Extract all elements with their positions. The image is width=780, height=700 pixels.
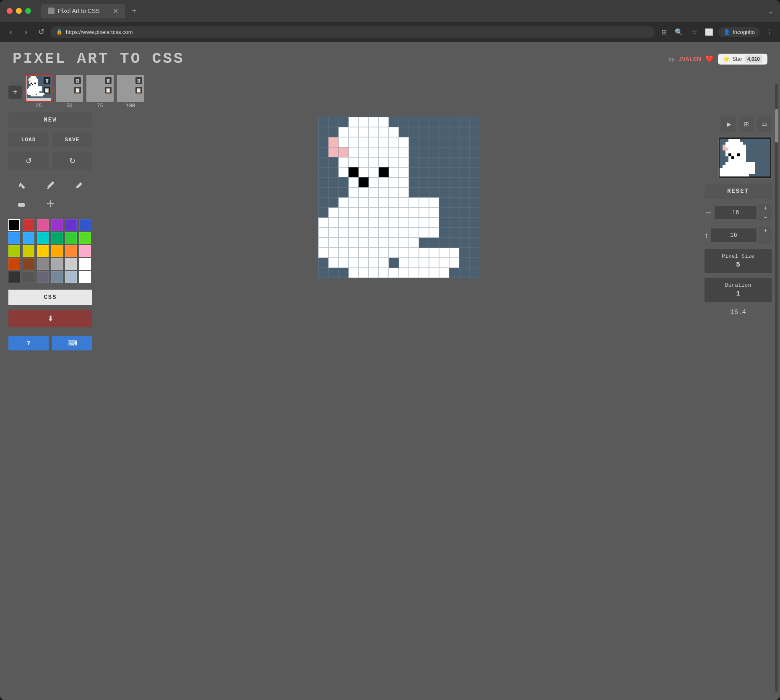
pixel-cell[interactable] bbox=[429, 127, 439, 137]
color-swatch-1[interactable] bbox=[23, 219, 34, 231]
pixel-cell[interactable] bbox=[389, 228, 399, 238]
load-button[interactable]: LOAD bbox=[8, 132, 49, 147]
pixel-cell[interactable] bbox=[318, 177, 328, 187]
pixel-cell[interactable] bbox=[419, 127, 429, 137]
pixel-cell[interactable] bbox=[379, 127, 389, 137]
pixel-cell[interactable] bbox=[379, 117, 389, 127]
color-swatch-19[interactable] bbox=[23, 258, 34, 270]
pixel-cell[interactable] bbox=[328, 228, 338, 238]
pixel-cell[interactable] bbox=[369, 177, 379, 187]
color-swatch-3[interactable] bbox=[51, 219, 63, 231]
pixel-cell[interactable] bbox=[318, 207, 328, 218]
frame-delete-3[interactable]: 🗑 bbox=[105, 77, 112, 84]
pixel-cell[interactable] bbox=[429, 268, 439, 278]
incognito-button[interactable]: 👤 Incognito bbox=[718, 27, 760, 37]
pixel-cell[interactable] bbox=[318, 238, 328, 248]
url-bar[interactable]: 🔒 https://www.pixelartcss.com bbox=[50, 26, 655, 38]
pixel-cell[interactable] bbox=[409, 268, 419, 278]
new-button[interactable]: NEW bbox=[8, 112, 92, 127]
pixel-cell[interactable] bbox=[369, 187, 379, 197]
pixel-cell[interactable] bbox=[328, 157, 338, 167]
color-swatch-12[interactable] bbox=[8, 245, 20, 257]
pixel-cell[interactable] bbox=[399, 157, 409, 167]
pixel-cell[interactable] bbox=[449, 147, 459, 157]
pixel-cell[interactable] bbox=[409, 228, 419, 238]
pixel-cell[interactable] bbox=[389, 197, 399, 207]
pixel-cell[interactable] bbox=[419, 218, 429, 228]
pixel-cell[interactable] bbox=[338, 147, 348, 157]
pencil-tool[interactable] bbox=[66, 177, 92, 193]
pixel-cell[interactable] bbox=[439, 137, 449, 147]
pixel-cell[interactable] bbox=[369, 218, 379, 228]
pixel-cell[interactable] bbox=[469, 177, 479, 187]
pixel-cell[interactable] bbox=[419, 167, 429, 177]
pixel-cell[interactable] bbox=[439, 177, 449, 187]
pixel-cell[interactable] bbox=[369, 127, 379, 137]
pixel-cell[interactable] bbox=[328, 147, 338, 157]
maximize-button[interactable] bbox=[25, 8, 31, 14]
pixel-cell[interactable] bbox=[369, 248, 379, 258]
pixel-cell[interactable] bbox=[369, 137, 379, 147]
pixel-cell[interactable] bbox=[419, 157, 429, 167]
color-swatch-10[interactable] bbox=[65, 232, 77, 244]
pixel-cell[interactable] bbox=[359, 177, 369, 187]
pixel-cell[interactable] bbox=[318, 187, 328, 197]
pixel-cell[interactable] bbox=[359, 127, 369, 137]
pixel-cell[interactable] bbox=[459, 258, 469, 268]
pixel-cell[interactable] bbox=[369, 207, 379, 218]
color-swatch-29[interactable] bbox=[79, 271, 91, 283]
color-swatch-5[interactable] bbox=[79, 219, 91, 231]
pixel-cell[interactable] bbox=[348, 248, 359, 258]
pixel-cell[interactable] bbox=[338, 187, 348, 197]
pixel-cell[interactable] bbox=[459, 117, 469, 127]
menu-icon[interactable]: ⋮ bbox=[763, 26, 775, 38]
pixel-cell[interactable] bbox=[439, 167, 449, 177]
frame-view-button[interactable]: ▭ bbox=[757, 117, 772, 132]
browser-icon[interactable]: ⬜ bbox=[703, 26, 715, 38]
pixel-cell[interactable] bbox=[359, 147, 369, 157]
pixel-cell[interactable] bbox=[318, 248, 328, 258]
pixel-cell[interactable] bbox=[469, 137, 479, 147]
pixel-cell[interactable] bbox=[419, 137, 429, 147]
pixel-cell[interactable] bbox=[419, 258, 429, 268]
pixel-cell[interactable] bbox=[449, 228, 459, 238]
pixel-cell[interactable] bbox=[348, 228, 359, 238]
pixel-cell[interactable] bbox=[449, 248, 459, 258]
pixel-cell[interactable] bbox=[359, 117, 369, 127]
pixel-cell[interactable] bbox=[459, 207, 469, 218]
pixel-cell[interactable] bbox=[389, 147, 399, 157]
reload-button[interactable]: ↺ bbox=[35, 26, 47, 38]
pixel-cell[interactable] bbox=[469, 258, 479, 268]
pixel-cell[interactable] bbox=[348, 258, 359, 268]
pixel-cell[interactable] bbox=[449, 238, 459, 248]
pixel-cell[interactable] bbox=[449, 167, 459, 177]
pixel-cell[interactable] bbox=[469, 117, 479, 127]
pixel-cell[interactable] bbox=[399, 127, 409, 137]
pixel-cell[interactable] bbox=[449, 137, 459, 147]
pixel-cell[interactable] bbox=[409, 238, 419, 248]
pixel-cell[interactable] bbox=[439, 197, 449, 207]
tab-close-icon[interactable]: ✕ bbox=[113, 7, 118, 15]
pixel-cell[interactable] bbox=[318, 157, 328, 167]
pixel-cell[interactable] bbox=[389, 268, 399, 278]
pixel-cell[interactable] bbox=[409, 197, 419, 207]
color-swatch-26[interactable] bbox=[37, 271, 49, 283]
new-tab-icon[interactable]: + bbox=[128, 6, 140, 16]
pixel-cell[interactable] bbox=[379, 147, 389, 157]
frame-item-1[interactable]: 🗑 📋 25 bbox=[25, 75, 52, 109]
pixel-cell[interactable] bbox=[359, 157, 369, 167]
fill-tool[interactable] bbox=[8, 177, 35, 193]
pixel-cell[interactable] bbox=[369, 268, 379, 278]
pixel-cell[interactable] bbox=[379, 197, 389, 207]
pixel-canvas[interactable] bbox=[318, 117, 479, 277]
pixel-cell[interactable] bbox=[429, 248, 439, 258]
chevron-down-icon[interactable]: ⌄ bbox=[768, 7, 773, 15]
pixel-cell[interactable] bbox=[439, 187, 449, 197]
pixel-cell[interactable] bbox=[449, 187, 459, 197]
pixel-cell[interactable] bbox=[449, 127, 459, 137]
pixel-cell[interactable] bbox=[338, 207, 348, 218]
pixel-cell[interactable] bbox=[419, 197, 429, 207]
pixel-cell[interactable] bbox=[348, 117, 359, 127]
pixel-cell[interactable] bbox=[318, 147, 328, 157]
pixel-cell[interactable] bbox=[469, 187, 479, 197]
